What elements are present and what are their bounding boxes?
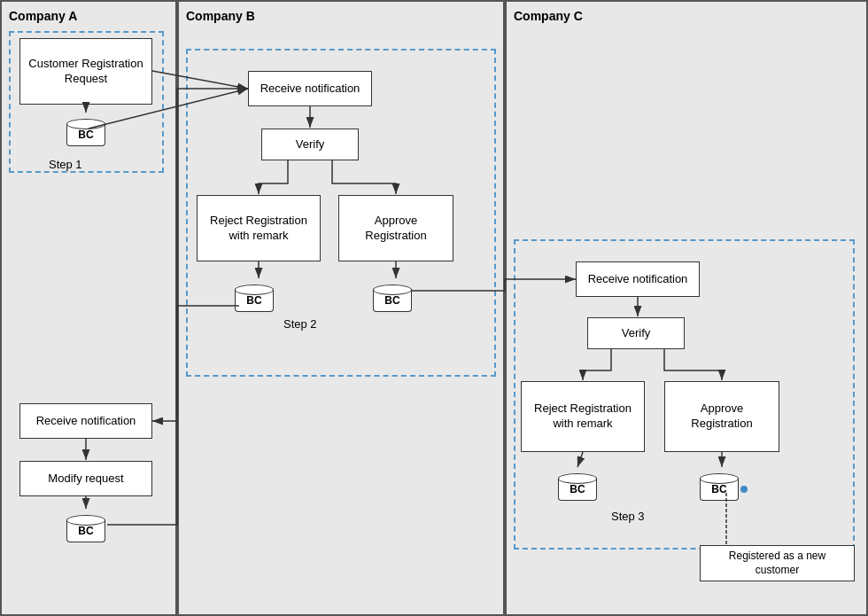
verify-c-box: Verify: [587, 317, 685, 349]
approve-reg-b-box: Approve Registration: [338, 195, 453, 261]
step2-label: Step 2: [283, 317, 317, 331]
db-a2: BC: [66, 510, 105, 542]
blue-dot-c2: [740, 486, 748, 493]
step1-label: Step 1: [49, 158, 82, 171]
db-b2: BC: [373, 279, 412, 312]
receive-notif-a-box: Receive notification: [19, 403, 152, 439]
approve-reg-c-box: Approve Registration: [664, 381, 779, 452]
db-a1: BC: [66, 113, 105, 146]
modify-req-a-box: Modify request: [19, 461, 152, 496]
reject-reg-b-box: Reject Registration with remark: [197, 195, 321, 261]
reject-reg-c-box: Reject Registration with remark: [521, 381, 645, 452]
db-c2: BC: [700, 468, 739, 501]
customer-registration-request-box: Customer Registration Request: [19, 38, 152, 105]
receive-notif-c-box: Receive notification: [576, 261, 700, 297]
step3-label: Step 3: [611, 510, 645, 523]
registered-annotation-box: Registered as a new customer: [700, 545, 855, 581]
diagram: Company A Company B Company C Customer R…: [0, 0, 868, 616]
db-c1: BC: [558, 468, 597, 501]
company-c-label: Company C: [514, 9, 583, 23]
company-a-label: Company A: [9, 9, 77, 23]
db-b1: BC: [235, 279, 274, 312]
verify-b-box: Verify: [261, 129, 359, 160]
receive-notif-b-box: Receive notification: [248, 71, 372, 106]
company-b-label: Company B: [186, 9, 255, 23]
